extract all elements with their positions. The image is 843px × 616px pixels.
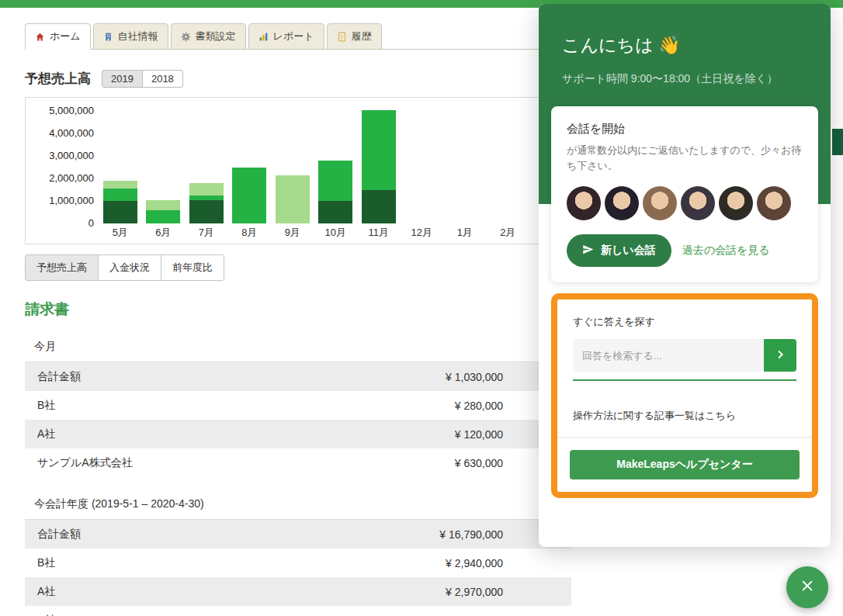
stacked-bar <box>103 181 137 223</box>
gear-icon <box>181 32 191 42</box>
articles-link-text[interactable]: 操作方法に関する記事一覧はこちら <box>557 395 812 438</box>
tab-label: 履歴 <box>352 29 372 43</box>
tab-company-info[interactable]: 自社情報 <box>93 23 168 50</box>
chart-column: 5月 <box>99 98 142 244</box>
tab-label: レポート <box>273 29 314 43</box>
light-green-segment <box>276 175 310 223</box>
x-axis-label: 2月 <box>500 223 515 244</box>
chart-column: 11月 <box>357 98 401 244</box>
search-submit-button[interactable] <box>764 339 796 372</box>
row-label: B社 <box>25 556 55 570</box>
y-tick-label: 3,000,000 <box>26 150 94 162</box>
right-edge-element <box>832 129 843 155</box>
x-axis-label: 12月 <box>411 223 432 244</box>
chat-greeting: こんにちは 👋 <box>551 4 818 57</box>
x-axis-label: 10月 <box>325 223 346 244</box>
support-agent-avatar <box>681 186 715 220</box>
chart-column: 10月 <box>314 98 358 244</box>
past-conversations-link[interactable]: 過去の会話を見る <box>682 244 770 258</box>
view-tab-yoy[interactable]: 前年度比 <box>161 254 224 281</box>
y-tick-label: 5,000,000 <box>26 105 94 117</box>
building-icon <box>103 32 113 42</box>
invoice-table: 合計金額¥ 16,790,000B社¥ 2,940,000A社¥ 2,970,0… <box>25 519 571 616</box>
chart-view-tabs: 予想売上高 入金状況 前年度比 <box>25 254 224 281</box>
row-amount: ¥ 2,940,000 <box>446 557 571 569</box>
conversation-card-description: が通常数分以内にご返信いたしますので、少々お待ち下さい。 <box>567 143 803 174</box>
tab-label: 自社情報 <box>118 29 158 43</box>
table-row: 合計金額¥ 1,030,000 <box>25 362 571 391</box>
tab-home[interactable]: ホーム <box>25 23 91 50</box>
chevron-right-icon <box>774 348 786 363</box>
dark-green-segment <box>189 200 224 223</box>
chat-close-button[interactable] <box>786 566 828 608</box>
chart-column: 12月 <box>401 98 444 244</box>
stacked-bar <box>276 175 310 223</box>
chart-column: 8月 <box>228 98 272 244</box>
stacked-bar <box>189 183 224 223</box>
green-segment <box>232 168 266 224</box>
row-amount: ¥ 2,970,000 <box>446 586 571 598</box>
view-tab-payment-status[interactable]: 入金状況 <box>98 254 161 281</box>
tab-report[interactable]: レポート <box>248 23 324 50</box>
year-2018-button[interactable]: 2018 <box>142 70 183 88</box>
chart-column: 2月 <box>487 98 530 244</box>
y-tick-label: 1,000,000 <box>26 195 94 207</box>
chart-column: 6月 <box>142 98 186 244</box>
year-toggle: 2019 2018 <box>102 70 183 88</box>
help-center-button[interactable]: MakeLeapsヘルプセンター <box>570 450 800 479</box>
light-green-segment <box>103 181 137 189</box>
chart-column: 1月 <box>443 98 487 244</box>
row-label: 合計金額 <box>25 370 81 384</box>
x-axis-label: 11月 <box>369 223 390 244</box>
x-axis-label: 5月 <box>113 223 128 244</box>
table-row: C社¥ 2,420,000 <box>25 606 571 616</box>
home-icon <box>35 32 45 42</box>
row-label: サンプルA株式会社 <box>25 456 133 470</box>
row-label: 合計金額 <box>25 528 81 542</box>
row-label: C社 <box>25 614 56 616</box>
answer-search-input[interactable] <box>573 339 764 372</box>
chart-column: 9月 <box>271 98 314 244</box>
search-answers-card: すぐに答えを探す 操作方法に関する記事一覧はこちら MakeLeapsヘルプセン… <box>551 293 818 498</box>
bar-chart-icon <box>258 32 269 42</box>
chat-support-hours: サポート時間 9:00〜18:00（土日祝を除く） <box>551 57 818 88</box>
support-chat-widget: こんにちは 👋 サポート時間 9:00〜18:00（土日祝を除く） 会話を開始 … <box>539 4 831 547</box>
stacked-bar <box>318 161 352 223</box>
table-row: B社¥ 2,940,000 <box>25 549 571 577</box>
green-segment <box>146 210 180 223</box>
avatar-row <box>567 186 803 220</box>
dark-green-segment <box>103 201 137 223</box>
support-agent-avatar <box>605 186 639 220</box>
row-label: A社 <box>25 427 55 441</box>
green-segment <box>318 161 352 201</box>
invoice-table: 合計金額¥ 1,030,000B社¥ 280,000A社¥ 120,000サンプ… <box>25 362 571 477</box>
row-label: A社 <box>25 585 55 599</box>
new-conversation-button[interactable]: 新しい会話 <box>567 234 671 267</box>
send-icon <box>582 244 594 258</box>
support-agent-avatar <box>643 186 677 220</box>
search-card-title: すぐに答えを探す <box>573 315 796 329</box>
green-divider <box>573 379 796 381</box>
y-tick-label: 2,000,000 <box>26 172 94 185</box>
tab-history[interactable]: 履歴 <box>327 23 382 50</box>
light-green-segment <box>146 200 180 210</box>
y-tick-label: 4,000,000 <box>26 127 94 140</box>
y-tick-label: 0 <box>26 217 94 230</box>
support-agent-avatar <box>719 186 753 220</box>
document-icon <box>337 32 347 42</box>
x-axis-label: 1月 <box>457 223 473 244</box>
page: ホーム 自社情報 書類設定 レポート 履歴 予想売上高 2019 <box>0 0 843 616</box>
year-2019-button[interactable]: 2019 <box>102 70 143 88</box>
stacked-bar <box>232 168 266 224</box>
table-row: 合計金額¥ 16,790,000 <box>25 520 571 549</box>
stacked-bar <box>362 110 396 223</box>
dark-green-segment <box>318 201 352 223</box>
view-tab-forecast[interactable]: 予想売上高 <box>25 254 99 281</box>
sales-forecast-title: 予想売上高 <box>25 70 91 88</box>
x-axis-label: 9月 <box>285 223 300 244</box>
x-axis-label: 7月 <box>199 223 214 244</box>
tab-label: ホーム <box>50 29 81 43</box>
support-agent-avatar <box>757 186 791 220</box>
tab-document-settings[interactable]: 書類設定 <box>171 23 246 50</box>
green-segment <box>362 110 396 190</box>
